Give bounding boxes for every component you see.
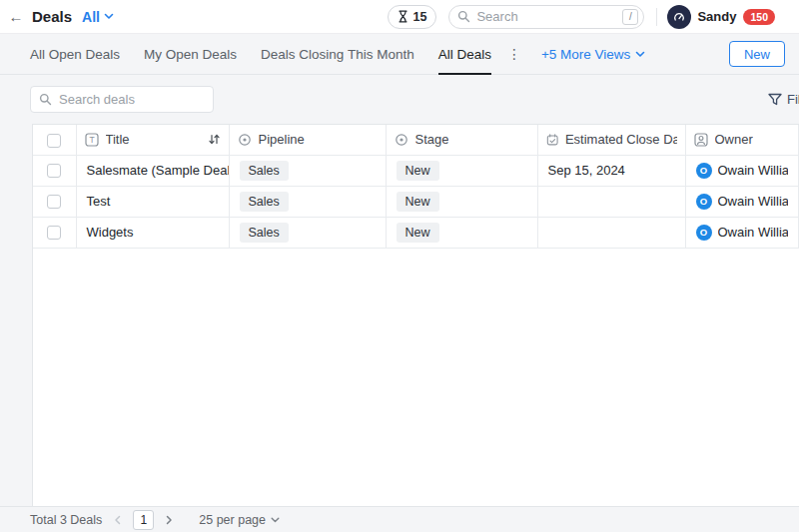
stage-cell: New <box>386 186 537 217</box>
select-all-cell <box>33 125 76 155</box>
chevron-right-icon <box>166 515 173 525</box>
pipeline-chip: Sales <box>240 161 289 181</box>
row-select-cell <box>33 155 76 186</box>
column-header-stage[interactable]: Stage <box>386 125 537 155</box>
title-column-icon: T <box>85 133 99 147</box>
user-menu[interactable]: Sandy 150 <box>667 5 775 29</box>
more-views-dropdown[interactable]: +5 More Views <box>541 34 645 74</box>
scope-label: All <box>82 9 100 25</box>
stage-cell: New <box>386 155 537 186</box>
chevron-down-icon <box>271 517 280 523</box>
deal-title-cell[interactable]: Test <box>76 186 229 217</box>
global-search[interactable]: / <box>448 5 644 29</box>
back-button[interactable]: ← <box>4 8 28 25</box>
deals-scope-dropdown[interactable]: All <box>82 9 114 25</box>
owner-cell: O Owain Williams <box>685 155 799 186</box>
per-page-dropdown[interactable]: 25 per page <box>199 513 280 527</box>
chevron-down-icon <box>635 51 645 58</box>
owner-column-icon <box>694 133 708 147</box>
global-search-input[interactable] <box>476 9 616 24</box>
table-header-row: T Title Pipeline <box>33 125 799 155</box>
prev-page-button[interactable] <box>112 515 123 525</box>
filter-button[interactable]: Filter <box>768 92 799 107</box>
column-header-owner[interactable]: Owner <box>685 125 799 155</box>
row-select-cell <box>33 217 76 248</box>
column-header-title[interactable]: T Title <box>76 125 229 155</box>
deals-search[interactable] <box>30 86 214 113</box>
deal-title-cell[interactable]: Widgets <box>76 217 229 248</box>
owner-avatar: O <box>696 225 712 241</box>
column-header-pipeline[interactable]: Pipeline <box>229 125 386 155</box>
page-title: Deals <box>32 8 72 25</box>
chevron-left-icon <box>114 515 121 525</box>
timer-count: 15 <box>413 10 427 24</box>
table-row[interactable]: Salesmate (Sample Deal) Sales New Sep 15… <box>33 155 799 186</box>
topbar: ← Deals All 15 / Sandy 150 <box>0 0 799 34</box>
content-area: All Open Deals My Open Deals Deals Closi… <box>0 34 799 532</box>
close-date-cell: Sep 15, 2024 <box>537 155 685 186</box>
table-row[interactable]: Test Sales New O Owain Williams <box>33 186 799 217</box>
filter-funnel-icon <box>768 93 782 106</box>
stage-column-icon <box>395 133 408 147</box>
stage-cell: New <box>386 217 537 248</box>
points-badge[interactable]: 150 <box>743 9 775 25</box>
tab-my-open-deals[interactable]: My Open Deals <box>144 34 237 74</box>
current-page-button[interactable]: 1 <box>133 510 154 530</box>
more-views-label: +5 More Views <box>541 47 630 62</box>
svg-text:T: T <box>89 135 94 145</box>
column-label: Stage <box>415 132 449 147</box>
tab-deals-closing-this-month[interactable]: Deals Closing This Month <box>261 34 414 74</box>
owner-name: Owain Williams <box>718 225 789 240</box>
deal-title-cell[interactable]: Salesmate (Sample Deal) <box>76 155 229 186</box>
tab-all-deals[interactable]: All Deals <box>438 34 491 74</box>
deals-table: T Title Pipeline <box>33 125 799 249</box>
new-deal-button[interactable]: New <box>729 41 785 67</box>
close-date-cell <box>537 186 685 217</box>
search-icon <box>39 93 52 106</box>
user-name: Sandy <box>697 9 736 24</box>
pagination-bar: Total 3 Deals 1 25 per page <box>0 506 799 532</box>
search-shortcut-key: / <box>622 9 638 25</box>
owner-name: Owain Williams <box>718 163 789 178</box>
row-checkbox[interactable] <box>47 195 61 209</box>
table-toolbar: Filter <box>0 75 799 124</box>
stage-chip: New <box>397 161 439 181</box>
column-label: Title <box>106 132 130 147</box>
select-all-checkbox[interactable] <box>47 134 61 148</box>
row-select-cell <box>33 186 76 217</box>
table-row[interactable]: Widgets Sales New O Owain Williams <box>33 217 799 248</box>
timer-button[interactable]: 15 <box>388 5 437 29</box>
views-tab-bar: All Open Deals My Open Deals Deals Closi… <box>0 34 799 75</box>
column-header-close-date[interactable]: Estimated Close Date <box>537 125 685 155</box>
deals-search-input[interactable] <box>59 92 205 107</box>
sort-icon[interactable] <box>208 133 221 146</box>
pipeline-chip: Sales <box>240 223 289 243</box>
hourglass-icon <box>398 10 408 23</box>
pipeline-cell: Sales <box>229 217 386 248</box>
row-checkbox[interactable] <box>47 164 61 178</box>
gauge-icon <box>672 10 686 24</box>
calendar-check-icon <box>546 133 558 147</box>
row-checkbox[interactable] <box>47 226 61 240</box>
owner-avatar: O <box>696 163 712 179</box>
owner-name: Owain Williams <box>718 194 789 209</box>
next-page-button[interactable] <box>164 515 175 525</box>
search-icon <box>457 10 470 23</box>
stage-chip: New <box>397 192 439 212</box>
tab-all-open-deals[interactable]: All Open Deals <box>30 34 120 74</box>
topbar-divider <box>656 8 657 26</box>
filter-label: Filter <box>787 92 799 107</box>
tab-options-kebab-icon[interactable]: ⋮ <box>507 46 521 62</box>
owner-avatar: O <box>696 194 712 210</box>
column-label: Estimated Close Date <box>565 132 677 147</box>
pipeline-cell: Sales <box>229 186 386 217</box>
total-deals-label: Total 3 Deals <box>30 513 102 527</box>
column-label: Pipeline <box>259 132 305 147</box>
close-date-cell <box>537 217 685 248</box>
column-label: Owner <box>715 132 753 147</box>
pipeline-cell: Sales <box>229 155 386 186</box>
pipeline-column-icon <box>238 133 252 147</box>
chevron-down-icon <box>104 13 114 20</box>
deals-table-panel: T Title Pipeline <box>32 124 799 506</box>
per-page-label: 25 per page <box>199 513 266 527</box>
